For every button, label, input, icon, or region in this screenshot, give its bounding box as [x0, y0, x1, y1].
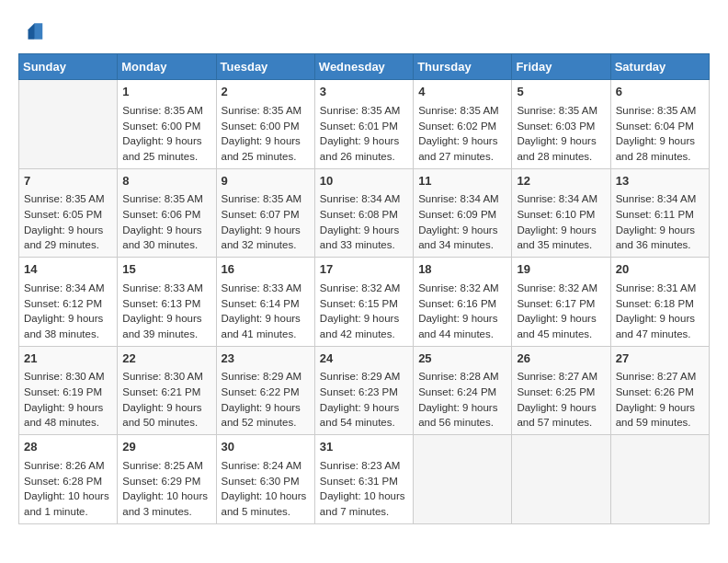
day-number: 7	[24, 173, 112, 190]
day-info: Sunrise: 8:35 AM Sunset: 6:00 PM Dayligh…	[222, 105, 302, 162]
calendar-cell: 1Sunrise: 8:35 AM Sunset: 6:00 PM Daylig…	[118, 80, 216, 169]
calendar-cell: 13Sunrise: 8:34 AM Sunset: 6:11 PM Dayli…	[610, 168, 709, 258]
day-number: 25	[418, 350, 506, 368]
day-info: Sunrise: 8:25 AM Sunset: 6:29 PM Dayligh…	[122, 460, 208, 517]
calendar-cell: 12Sunrise: 8:34 AM Sunset: 6:10 PM Dayli…	[512, 168, 610, 258]
day-info: Sunrise: 8:32 AM Sunset: 6:15 PM Dayligh…	[320, 282, 401, 339]
logo	[18, 18, 48, 44]
day-number: 24	[320, 350, 408, 368]
calendar-cell: 20Sunrise: 8:31 AM Sunset: 6:18 PM Dayli…	[610, 258, 709, 347]
calendar-cell	[414, 435, 512, 524]
calendar-cell: 17Sunrise: 8:32 AM Sunset: 6:15 PM Dayli…	[314, 258, 413, 347]
calendar-table: Sunday Monday Tuesday Wednesday Thursday…	[18, 53, 710, 524]
calendar-week-2: 14Sunrise: 8:34 AM Sunset: 6:12 PM Dayli…	[19, 258, 710, 347]
day-number: 17	[320, 261, 408, 279]
day-info: Sunrise: 8:35 AM Sunset: 6:01 PM Dayligh…	[320, 105, 401, 162]
day-info: Sunrise: 8:27 AM Sunset: 6:26 PM Dayligh…	[616, 371, 697, 428]
calendar-cell	[512, 435, 610, 524]
day-number: 28	[24, 439, 112, 456]
day-info: Sunrise: 8:27 AM Sunset: 6:25 PM Dayligh…	[517, 371, 597, 428]
calendar-cell: 4Sunrise: 8:35 AM Sunset: 6:02 PM Daylig…	[414, 80, 512, 169]
day-info: Sunrise: 8:34 AM Sunset: 6:11 PM Dayligh…	[616, 193, 697, 250]
calendar-cell: 24Sunrise: 8:29 AM Sunset: 6:23 PM Dayli…	[314, 346, 413, 435]
day-number: 27	[616, 350, 704, 368]
day-number: 22	[122, 350, 210, 368]
header-monday: Monday	[118, 54, 216, 80]
day-info: Sunrise: 8:33 AM Sunset: 6:14 PM Dayligh…	[222, 282, 302, 339]
calendar-cell: 27Sunrise: 8:27 AM Sunset: 6:26 PM Dayli…	[610, 346, 709, 435]
day-number: 18	[418, 261, 506, 279]
day-number: 3	[320, 84, 408, 101]
day-number: 13	[616, 173, 704, 190]
day-info: Sunrise: 8:31 AM Sunset: 6:18 PM Dayligh…	[616, 282, 697, 339]
day-number: 19	[517, 261, 605, 279]
day-number: 8	[122, 173, 210, 190]
calendar-cell: 7Sunrise: 8:35 AM Sunset: 6:05 PM Daylig…	[19, 168, 118, 258]
header-sunday: Sunday	[19, 54, 118, 80]
calendar-header-row: Sunday Monday Tuesday Wednesday Thursday…	[19, 54, 710, 80]
day-number: 2	[222, 84, 310, 101]
calendar-cell: 14Sunrise: 8:34 AM Sunset: 6:12 PM Dayli…	[19, 258, 118, 347]
calendar-cell: 29Sunrise: 8:25 AM Sunset: 6:29 PM Dayli…	[118, 435, 216, 524]
day-info: Sunrise: 8:35 AM Sunset: 6:03 PM Dayligh…	[517, 105, 597, 162]
calendar-cell: 19Sunrise: 8:32 AM Sunset: 6:17 PM Dayli…	[512, 258, 610, 347]
calendar-cell: 25Sunrise: 8:28 AM Sunset: 6:24 PM Dayli…	[414, 346, 512, 435]
day-info: Sunrise: 8:26 AM Sunset: 6:28 PM Dayligh…	[24, 460, 109, 517]
calendar-cell: 16Sunrise: 8:33 AM Sunset: 6:14 PM Dayli…	[216, 258, 314, 347]
calendar-week-1: 7Sunrise: 8:35 AM Sunset: 6:05 PM Daylig…	[19, 168, 710, 258]
day-info: Sunrise: 8:29 AM Sunset: 6:23 PM Dayligh…	[320, 371, 401, 428]
calendar-cell: 11Sunrise: 8:34 AM Sunset: 6:09 PM Dayli…	[414, 168, 512, 258]
day-info: Sunrise: 8:30 AM Sunset: 6:19 PM Dayligh…	[24, 371, 105, 428]
calendar-cell: 2Sunrise: 8:35 AM Sunset: 6:00 PM Daylig…	[216, 80, 314, 169]
header-friday: Friday	[512, 54, 610, 80]
day-info: Sunrise: 8:32 AM Sunset: 6:16 PM Dayligh…	[418, 282, 499, 339]
day-info: Sunrise: 8:35 AM Sunset: 6:02 PM Dayligh…	[418, 105, 499, 162]
day-info: Sunrise: 8:35 AM Sunset: 6:04 PM Dayligh…	[616, 105, 697, 162]
day-info: Sunrise: 8:34 AM Sunset: 6:12 PM Dayligh…	[24, 282, 105, 339]
calendar-cell: 8Sunrise: 8:35 AM Sunset: 6:06 PM Daylig…	[118, 168, 216, 258]
header-wednesday: Wednesday	[314, 54, 413, 80]
day-number: 21	[24, 350, 112, 368]
calendar-cell: 6Sunrise: 8:35 AM Sunset: 6:04 PM Daylig…	[610, 80, 709, 169]
day-number: 6	[616, 84, 704, 101]
page-header	[18, 18, 710, 44]
calendar-cell: 22Sunrise: 8:30 AM Sunset: 6:21 PM Dayli…	[118, 346, 216, 435]
day-number: 20	[616, 261, 704, 279]
calendar-cell: 23Sunrise: 8:29 AM Sunset: 6:22 PM Dayli…	[216, 346, 314, 435]
day-info: Sunrise: 8:32 AM Sunset: 6:17 PM Dayligh…	[517, 282, 597, 339]
day-info: Sunrise: 8:34 AM Sunset: 6:10 PM Dayligh…	[517, 193, 597, 250]
calendar-cell: 15Sunrise: 8:33 AM Sunset: 6:13 PM Dayli…	[118, 258, 216, 347]
day-number: 4	[418, 84, 506, 101]
calendar-cell: 5Sunrise: 8:35 AM Sunset: 6:03 PM Daylig…	[512, 80, 610, 169]
calendar-cell: 31Sunrise: 8:23 AM Sunset: 6:31 PM Dayli…	[314, 435, 413, 524]
svg-marker-1	[28, 23, 35, 40]
day-number: 14	[24, 261, 112, 279]
calendar-cell: 30Sunrise: 8:24 AM Sunset: 6:30 PM Dayli…	[216, 435, 314, 524]
calendar-cell	[19, 80, 118, 169]
day-number: 11	[418, 173, 506, 190]
header-saturday: Saturday	[610, 54, 709, 80]
day-number: 26	[517, 350, 605, 368]
day-info: Sunrise: 8:34 AM Sunset: 6:09 PM Dayligh…	[418, 193, 499, 250]
day-info: Sunrise: 8:28 AM Sunset: 6:24 PM Dayligh…	[418, 371, 499, 428]
day-info: Sunrise: 8:29 AM Sunset: 6:22 PM Dayligh…	[222, 371, 302, 428]
calendar-cell: 28Sunrise: 8:26 AM Sunset: 6:28 PM Dayli…	[19, 435, 118, 524]
calendar-week-3: 21Sunrise: 8:30 AM Sunset: 6:19 PM Dayli…	[19, 346, 710, 435]
day-info: Sunrise: 8:34 AM Sunset: 6:08 PM Dayligh…	[320, 193, 401, 250]
day-info: Sunrise: 8:35 AM Sunset: 6:06 PM Dayligh…	[122, 193, 203, 250]
day-number: 16	[222, 261, 310, 279]
day-info: Sunrise: 8:35 AM Sunset: 6:05 PM Dayligh…	[24, 193, 105, 250]
calendar-cell: 18Sunrise: 8:32 AM Sunset: 6:16 PM Dayli…	[414, 258, 512, 347]
calendar-cell: 10Sunrise: 8:34 AM Sunset: 6:08 PM Dayli…	[314, 168, 413, 258]
day-number: 1	[122, 84, 210, 101]
calendar-week-4: 28Sunrise: 8:26 AM Sunset: 6:28 PM Dayli…	[19, 435, 710, 524]
header-thursday: Thursday	[414, 54, 512, 80]
day-number: 10	[320, 173, 408, 190]
calendar-cell: 26Sunrise: 8:27 AM Sunset: 6:25 PM Dayli…	[512, 346, 610, 435]
day-info: Sunrise: 8:35 AM Sunset: 6:07 PM Dayligh…	[222, 193, 302, 250]
calendar-week-0: 1Sunrise: 8:35 AM Sunset: 6:00 PM Daylig…	[19, 80, 710, 169]
day-number: 15	[122, 261, 210, 279]
calendar-cell: 9Sunrise: 8:35 AM Sunset: 6:07 PM Daylig…	[216, 168, 314, 258]
calendar-cell: 3Sunrise: 8:35 AM Sunset: 6:01 PM Daylig…	[314, 80, 413, 169]
day-number: 12	[517, 173, 605, 190]
